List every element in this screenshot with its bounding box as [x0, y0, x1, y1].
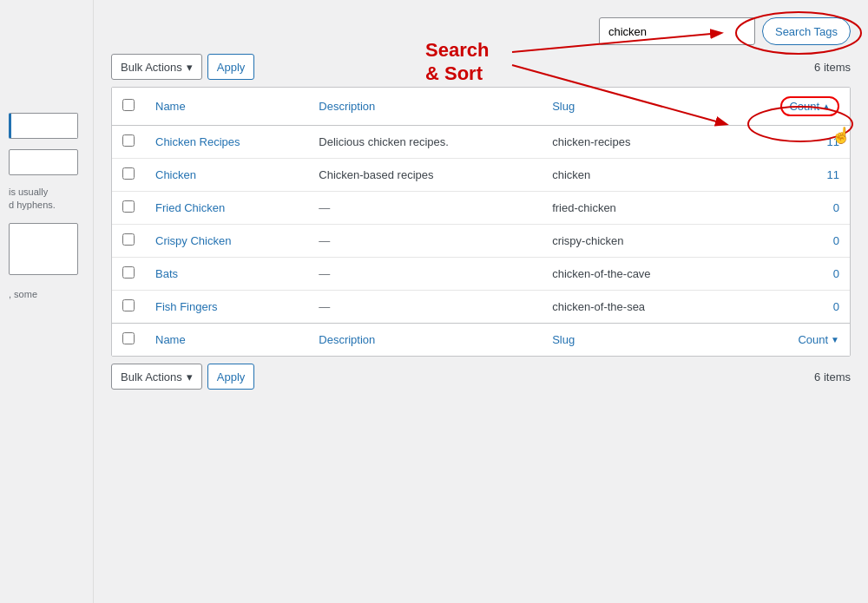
row-name-4: Bats — [145, 258, 308, 291]
row-count-0: 11 — [727, 126, 850, 159]
bulk-actions-label-top: Bulk Actions — [121, 61, 182, 74]
items-count-bottom: 6 items — [814, 370, 851, 383]
row-name-link-3[interactable]: Crispy Chicken — [155, 234, 231, 247]
row-slug-0: chicken-recipes — [542, 126, 727, 159]
row-description-2: — — [308, 192, 542, 225]
footer-checkbox-cell — [112, 324, 145, 357]
sidebar-input-2[interactable] — [9, 149, 78, 175]
table-row: Chicken Chicken-based recipes chicken 11 — [112, 159, 850, 192]
bulk-actions-chevron-bottom: ▾ — [187, 370, 193, 383]
row-checkbox-1[interactable] — [122, 167, 135, 180]
header-count[interactable]: Count ▲ — [727, 88, 850, 126]
sidebar-textarea-wrap — [9, 223, 84, 278]
row-count-2: 0 — [727, 192, 850, 225]
bulk-actions-label-bottom: Bulk Actions — [121, 370, 182, 383]
row-checkbox-4[interactable] — [122, 266, 135, 279]
row-checkbox-cell — [112, 126, 145, 159]
row-count-4: 0 — [727, 258, 850, 291]
apply-button-bottom[interactable]: Apply — [207, 364, 255, 390]
header-description[interactable]: Description — [308, 88, 542, 126]
row-description-5: — — [308, 291, 542, 324]
page-wrapper: is usually d hyphens. , some Search Tags… — [0, 0, 868, 603]
footer-count-inner: Count ▼ — [798, 333, 839, 346]
search-area: Search Tags — [599, 17, 851, 45]
header-name[interactable]: Name — [145, 88, 308, 126]
table-footer-row: Name Description Slug Count ▼ — [112, 324, 850, 357]
row-count-1: 11 — [727, 159, 850, 192]
footer-slug[interactable]: Slug — [542, 324, 727, 357]
row-checkbox-cell — [112, 192, 145, 225]
items-count-top: 6 items — [814, 61, 851, 74]
toolbar-left-top: Bulk Actions ▾ Apply — [111, 54, 254, 80]
table-row: Fish Fingers — chicken-of-the-sea 0 — [112, 291, 850, 324]
row-checkbox-3[interactable] — [122, 233, 135, 246]
table-row: Crispy Chicken — crispy-chicken 0 — [112, 225, 850, 258]
row-checkbox-0[interactable] — [122, 134, 135, 147]
sidebar-input-1[interactable] — [9, 113, 78, 139]
row-checkbox-cell — [112, 159, 145, 192]
bulk-actions-button-bottom[interactable]: Bulk Actions ▾ — [111, 364, 202, 390]
table-body: Chicken Recipes Delicious chicken recipe… — [112, 126, 850, 324]
row-slug-1: chicken — [542, 159, 727, 192]
select-all-footer-checkbox[interactable] — [122, 332, 135, 344]
count-header-label: Count — [789, 100, 819, 113]
footer-count[interactable]: Count ▼ — [727, 324, 850, 357]
row-name-link-4[interactable]: Bats — [155, 267, 178, 280]
table-row: Fried Chicken — fried-chicken 0 — [112, 192, 850, 225]
bulk-actions-button-top[interactable]: Bulk Actions ▾ — [111, 54, 202, 80]
row-checkbox-5[interactable] — [122, 299, 135, 311]
table-row: Bats — chicken-of-the-cave 0 — [112, 258, 850, 291]
top-bar: Search Tags — [111, 9, 851, 45]
tags-table: Name Description Slug Count ▲ — [112, 88, 850, 356]
footer-name[interactable]: Name — [145, 324, 308, 357]
bulk-actions-chevron-top: ▾ — [187, 61, 193, 74]
sidebar-textarea[interactable] — [9, 223, 78, 275]
tags-table-container: Name Description Slug Count ▲ — [111, 87, 851, 357]
sidebar-text-2: , some — [9, 288, 84, 301]
table-header-row: Name Description Slug Count ▲ — [112, 88, 850, 126]
row-name-2: Fried Chicken — [145, 192, 308, 225]
row-count-3: 0 — [727, 225, 850, 258]
toolbar-left-bottom: Bulk Actions ▾ Apply — [111, 364, 254, 390]
apply-button-top[interactable]: Apply — [207, 54, 255, 80]
row-checkbox-cell — [112, 291, 145, 324]
header-slug[interactable]: Slug — [542, 88, 727, 126]
row-name-3: Crispy Chicken — [145, 225, 308, 258]
row-slug-5: chicken-of-the-sea — [542, 291, 727, 324]
search-input[interactable] — [599, 17, 755, 45]
row-slug-4: chicken-of-the-cave — [542, 258, 727, 291]
row-name-1: Chicken — [145, 159, 308, 192]
sort-arrow-up-icon: ▲ — [822, 102, 831, 111]
select-all-checkbox[interactable] — [122, 99, 135, 111]
footer-count-label: Count — [798, 333, 828, 346]
row-description-3: — — [308, 225, 542, 258]
sidebar-text-1: is usually d hyphens. — [9, 186, 84, 213]
toolbar-top: Bulk Actions ▾ Apply 6 items — [111, 54, 851, 80]
search-tags-button[interactable]: Search Tags — [762, 17, 851, 45]
row-name-5: Fish Fingers — [145, 291, 308, 324]
sort-arrow-down-icon: ▼ — [831, 335, 839, 344]
footer-description[interactable]: Description — [308, 324, 542, 357]
row-description-0: Delicious chicken recipes. — [308, 126, 542, 159]
row-description-1: Chicken-based recipes — [308, 159, 542, 192]
row-count-5: 0 — [727, 291, 850, 324]
count-header-circled: Count ▲ — [780, 96, 839, 116]
row-name-link-1[interactable]: Chicken — [155, 168, 196, 181]
toolbar-bottom: Bulk Actions ▾ Apply 6 items — [111, 364, 851, 390]
table-row: Chicken Recipes Delicious chicken recipe… — [112, 126, 850, 159]
left-sidebar: is usually d hyphens. , some — [0, 0, 94, 603]
row-checkbox-2[interactable] — [122, 200, 135, 213]
row-name-0: Chicken Recipes — [145, 126, 308, 159]
row-checkbox-cell — [112, 225, 145, 258]
row-name-link-5[interactable]: Fish Fingers — [155, 300, 218, 313]
row-slug-3: crispy-chicken — [542, 225, 727, 258]
row-name-link-0[interactable]: Chicken Recipes — [155, 135, 240, 148]
row-slug-2: fried-chicken — [542, 192, 727, 225]
row-name-link-2[interactable]: Fried Chicken — [155, 201, 225, 214]
row-description-4: — — [308, 258, 542, 291]
header-checkbox-cell — [112, 88, 145, 126]
row-checkbox-cell — [112, 258, 145, 291]
main-content: Search Tags Bulk Actions ▾ Apply 6 items — [94, 0, 868, 603]
